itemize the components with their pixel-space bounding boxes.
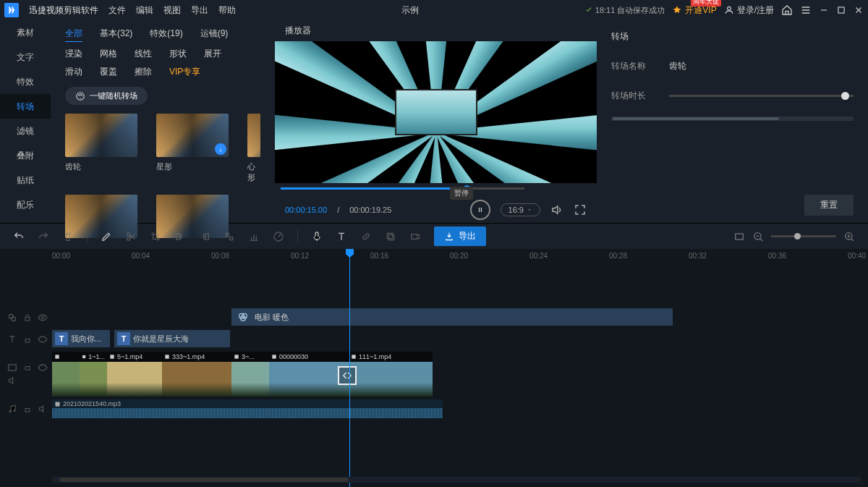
category-item[interactable]: 线性 (135, 48, 152, 60)
split-left-icon[interactable] (174, 231, 186, 242)
mute-icon[interactable] (7, 376, 17, 386)
left-nav: 素材文字特效转场滤镜叠附贴纸配乐 (0, 20, 51, 223)
transition-thumb[interactable] (156, 195, 229, 238)
cut-icon[interactable] (125, 231, 137, 242)
svg-rect-37 (56, 402, 60, 406)
video-clip[interactable]: 1~1... (80, 352, 107, 397)
video-clip[interactable] (52, 352, 80, 397)
chart-icon[interactable] (248, 231, 260, 242)
copy-icon[interactable] (385, 231, 396, 242)
props-scrollbar[interactable] (611, 117, 854, 121)
maximize-icon[interactable] (836, 5, 846, 15)
nav-贴纸[interactable]: 贴纸 (0, 168, 51, 192)
time-ruler[interactable]: 00:0000:0400:0800:1200:1600:2000:2400:28… (52, 249, 868, 266)
category-item[interactable]: VIP专享 (169, 66, 200, 78)
nav-叠附[interactable]: 叠附 (0, 143, 51, 168)
mic-icon[interactable] (311, 231, 323, 242)
aspect-ratio-select[interactable]: 16:9 (501, 203, 540, 216)
lock-icon[interactable] (23, 313, 32, 322)
video-clip[interactable]: 00000030 (269, 352, 349, 397)
category-item[interactable]: 展开 (204, 48, 221, 60)
lock-icon[interactable] (23, 335, 32, 344)
video-clip[interactable]: 5~1.mp4 (107, 352, 162, 397)
audio-clip[interactable]: 202102021540.mp3 (52, 399, 443, 418)
login-button[interactable]: 登录/注册 (724, 4, 774, 17)
category-item[interactable]: 网格 (100, 48, 117, 60)
export-button[interactable]: 导出 (434, 226, 486, 246)
text-tool-icon[interactable] (336, 231, 347, 242)
category-item[interactable]: 擦除 (135, 66, 152, 78)
eye-icon[interactable] (38, 313, 48, 323)
nav-特效[interactable]: 特效 (0, 69, 51, 94)
eye-icon[interactable] (38, 334, 48, 344)
category-item[interactable]: 覆盖 (100, 66, 117, 78)
svg-rect-5 (176, 234, 180, 240)
random-transition-button[interactable]: 一键随机转场 (65, 87, 148, 105)
category-item[interactable]: 滑动 (65, 66, 82, 78)
home-icon[interactable] (781, 4, 793, 16)
svg-rect-8 (230, 237, 233, 240)
hamburger-icon[interactable] (800, 4, 812, 16)
text-clip[interactable]: T我向你... (52, 330, 110, 347)
nav-滤镜[interactable]: 滤镜 (0, 119, 51, 143)
transition-thumb[interactable]: 齿轮 (65, 114, 137, 183)
menu-edit[interactable]: 编辑 (136, 4, 153, 17)
nav-文字[interactable]: 文字 (0, 45, 51, 69)
mosaic-icon[interactable] (224, 231, 235, 242)
fullscreen-icon[interactable] (574, 203, 587, 216)
filter-clip[interactable]: 电影 暖色 (231, 308, 673, 326)
category-item[interactable]: 形状 (169, 48, 187, 60)
playhead[interactable] (349, 249, 350, 487)
nav-转场[interactable]: 转场 (0, 94, 51, 119)
text-clip[interactable]: T你就是星辰大海 (114, 330, 230, 347)
transition-thumb[interactable]: ↓星形 (156, 114, 229, 183)
player-progress[interactable] (275, 183, 597, 198)
menu-export[interactable]: 导出 (191, 4, 208, 17)
minimize-icon[interactable] (819, 5, 829, 15)
category-item[interactable]: 运镜(9) (200, 27, 229, 42)
record-icon[interactable] (409, 231, 421, 242)
svg-rect-19 (25, 318, 30, 321)
zoom-in-icon[interactable] (843, 231, 855, 242)
redo-icon[interactable] (38, 231, 49, 242)
promo-tag: 周年大促 (691, 0, 721, 7)
zoom-slider[interactable] (771, 235, 836, 237)
eye-icon[interactable] (38, 363, 48, 373)
nav-素材[interactable]: 素材 (0, 20, 51, 45)
video-clip[interactable]: 111~1.mp4 (349, 352, 433, 397)
timeline-scrollbar[interactable] (52, 477, 861, 483)
reset-button[interactable]: 重置 (804, 195, 854, 216)
lock-icon[interactable] (23, 405, 32, 413)
category-item[interactable]: 浸染 (65, 48, 82, 60)
transition-thumb[interactable]: 心形 (247, 114, 260, 183)
svg-point-17 (9, 314, 13, 318)
transition-marker[interactable] (338, 366, 357, 385)
menu-help[interactable]: 帮助 (218, 4, 236, 17)
project-title: 示例 (246, 4, 574, 17)
menu-view[interactable]: 视图 (163, 4, 181, 17)
delete-icon[interactable] (62, 231, 74, 242)
svg-point-2 (77, 92, 85, 100)
nav-配乐[interactable]: 配乐 (0, 192, 51, 217)
split-right-icon[interactable] (199, 231, 210, 242)
pause-button[interactable]: 暂停 (470, 200, 490, 220)
speed-icon[interactable] (273, 231, 284, 242)
lock-icon[interactable] (23, 363, 32, 371)
category-item[interactable]: 全部 (65, 27, 82, 42)
prop-duration-slider[interactable] (669, 95, 854, 97)
link-icon[interactable] (360, 231, 372, 242)
vip-button[interactable]: 开通VIP 周年大促 (672, 4, 716, 17)
category-item[interactable]: 基本(32) (100, 27, 132, 42)
edit-icon[interactable] (101, 231, 112, 242)
crop-icon[interactable] (150, 231, 161, 242)
mute-icon[interactable] (38, 404, 48, 414)
undo-icon[interactable] (13, 231, 25, 242)
fit-icon[interactable] (733, 231, 745, 242)
video-clip[interactable]: 333~1.mp4 (162, 352, 231, 397)
volume-icon[interactable] (550, 203, 563, 216)
video-clip[interactable]: 3~... (231, 352, 269, 397)
close-icon[interactable] (854, 5, 864, 15)
menu-file[interactable]: 文件 (109, 4, 126, 17)
zoom-out-icon[interactable] (752, 231, 764, 242)
category-item[interactable]: 特效(19) (150, 27, 182, 42)
